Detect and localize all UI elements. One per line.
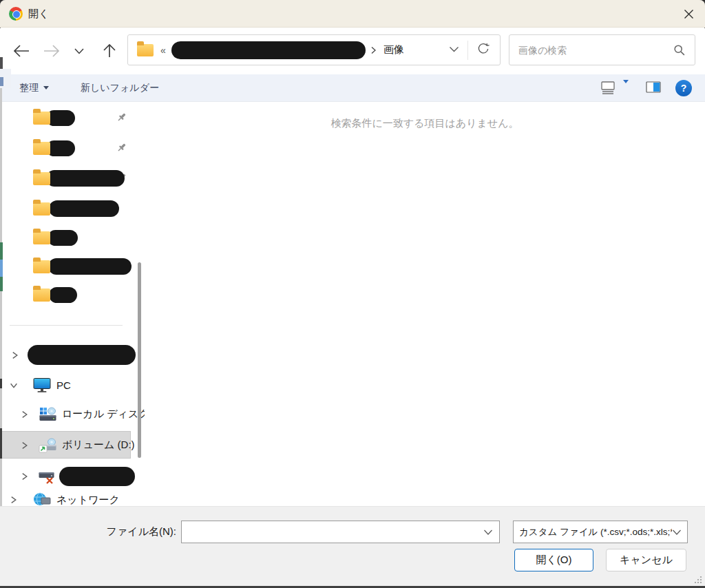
address-bar[interactable]: « 画像 — [127, 34, 501, 65]
chevron-down-icon[interactable] — [483, 529, 493, 536]
filename-input[interactable] — [182, 521, 499, 543]
sidebar-scrollbar[interactable] — [138, 262, 141, 458]
current-folder-icon — [137, 44, 154, 56]
folder-icon — [33, 142, 50, 155]
chevron-right-icon[interactable] — [10, 496, 17, 504]
chrome-logo-icon — [9, 7, 23, 21]
views-icon — [600, 80, 615, 95]
dropdown-triangle-icon — [43, 86, 49, 90]
organize-menu-button[interactable]: 整理 — [19, 82, 49, 94]
views-dropdown-button[interactable] — [618, 77, 633, 99]
breadcrumb-current[interactable]: 画像 — [383, 43, 404, 56]
dialog-content: PC ローカル ディスク — [0, 102, 705, 506]
preview-pane-button[interactable] — [643, 77, 664, 99]
tree-item-local-disk[interactable]: ローカル ディスク — [21, 406, 145, 422]
tree-item-pc[interactable]: PC — [10, 377, 71, 393]
dialog-title: 開く — [28, 0, 49, 28]
preview-pane-icon — [646, 81, 661, 94]
sidebar-folder-item[interactable] — [33, 170, 125, 187]
chevron-right-icon[interactable] — [21, 441, 28, 450]
background-artifact — [0, 428, 2, 459]
folder-icon — [33, 231, 50, 244]
breadcrumb-separator-icon — [370, 46, 377, 54]
redacted-label — [28, 345, 136, 365]
redacted-label — [59, 467, 135, 486]
titlebar: 開く — [0, 0, 705, 28]
command-toolbar: 整理 新しいフォルダー — [0, 74, 705, 102]
redacted-label — [49, 287, 77, 303]
up-button[interactable] — [99, 41, 120, 61]
folder-icon — [33, 172, 50, 185]
open-button[interactable]: 開く(O) — [514, 549, 593, 571]
chevron-down-icon — [672, 529, 682, 536]
breadcrumb-overflow[interactable]: « — [160, 45, 166, 56]
close-icon — [684, 9, 694, 19]
forward-arrow-icon — [43, 43, 61, 59]
background-artifact — [0, 88, 2, 242]
redacted-label — [46, 140, 75, 156]
back-arrow-icon — [12, 43, 30, 59]
dropdown-triangle-icon — [623, 80, 629, 94]
background-artifact — [0, 242, 3, 260]
search-icon[interactable] — [673, 43, 686, 56]
recent-locations-button[interactable] — [70, 41, 88, 61]
background-artifact — [0, 260, 3, 277]
open-file-dialog: 開く « — [0, 0, 705, 588]
sidebar-folder-item[interactable] — [33, 230, 78, 246]
address-bar-divider — [467, 41, 468, 60]
pin-icon — [116, 112, 127, 123]
sidebar-folder-item[interactable] — [33, 140, 75, 156]
chevron-right-icon[interactable] — [21, 472, 28, 481]
sidebar-divider — [10, 325, 123, 326]
tree-item-label: ネットワーク — [56, 494, 120, 507]
sidebar-folder-item[interactable] — [33, 258, 131, 275]
volume-drive-icon — [39, 437, 57, 453]
help-button[interactable]: ? — [673, 77, 694, 99]
redacted-label — [49, 200, 119, 217]
background-artifact — [0, 291, 2, 506]
close-button[interactable] — [677, 3, 699, 24]
background-artifact — [0, 379, 2, 388]
filetype-select[interactable]: カスタム ファイル (*.csv;*.ods;*.xls;* — [513, 521, 688, 543]
tree-item-redacted[interactable] — [11, 345, 136, 365]
redacted-label — [48, 230, 78, 246]
folder-icon — [33, 112, 50, 125]
search-input[interactable] — [509, 45, 673, 56]
search-box — [509, 34, 695, 65]
chevron-down-icon — [74, 47, 85, 55]
pin-icon — [116, 142, 127, 154]
toolbar-right-group: ? — [598, 74, 694, 102]
refresh-button[interactable] — [472, 40, 494, 61]
disconnected-drive-icon — [38, 469, 56, 485]
organize-label: 整理 — [19, 82, 39, 94]
background-artifact — [0, 77, 3, 86]
redacted-label — [46, 170, 125, 187]
chevron-right-icon[interactable] — [21, 410, 28, 419]
navigation-pane: PC ローカル ディスク — [0, 102, 145, 506]
back-button[interactable] — [11, 41, 32, 61]
resize-grip[interactable] — [692, 574, 703, 585]
tree-item-network[interactable]: ネットワーク — [10, 492, 120, 506]
address-dropdown-button[interactable] — [444, 40, 463, 61]
cancel-button[interactable]: キャンセル — [606, 549, 686, 571]
dialog-footer: ファイル名(N): カスタム ファイル (*.csv;*.ods;*.xls;*… — [0, 506, 705, 586]
sidebar-folder-item[interactable] — [33, 287, 77, 303]
forward-button[interactable] — [41, 41, 62, 61]
navigation-bar: « 画像 — [0, 28, 705, 74]
filename-combobox — [181, 521, 500, 543]
empty-results-message: 検索条件に一致する項目はありません。 — [330, 117, 518, 130]
filetype-value: カスタム ファイル (*.csv;*.ods;*.xls;* — [519, 526, 672, 538]
file-list-area: 検索条件に一致する項目はありません。 — [145, 102, 705, 506]
tree-item-label: ローカル ディスク — [62, 408, 145, 421]
tree-item-disconnected-drive[interactable] — [21, 467, 135, 486]
network-icon — [33, 492, 51, 506]
new-folder-button[interactable]: 新しいフォルダー — [81, 82, 159, 94]
sidebar-folder-item[interactable] — [33, 200, 119, 217]
tree-item-volume[interactable]: ボリューム (D:) — [21, 437, 135, 453]
sidebar-folder-item[interactable] — [33, 110, 75, 126]
filename-label: ファイル名(N): — [0, 525, 176, 538]
pc-icon — [33, 377, 51, 393]
views-button[interactable] — [598, 77, 618, 99]
chevron-down-icon[interactable] — [10, 381, 18, 390]
chevron-right-icon[interactable] — [11, 351, 19, 359]
